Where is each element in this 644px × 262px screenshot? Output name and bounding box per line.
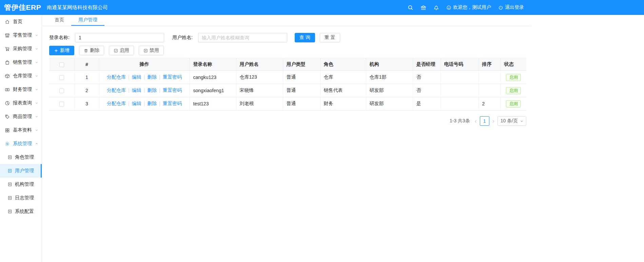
assign-warehouse-link[interactable]: 分配仓库: [107, 87, 126, 93]
welcome-user[interactable]: 欢迎您，测试用户: [446, 4, 491, 11]
delete-link[interactable]: 删除: [147, 74, 157, 80]
reset-password-link[interactable]: 重置密码: [163, 74, 182, 80]
home-icon: [5, 19, 10, 24]
pagination-total: 1-3 共3条: [450, 118, 470, 124]
plus-icon: [54, 48, 58, 53]
tab-user-management[interactable]: 用户管理: [71, 15, 104, 26]
bag-icon: [5, 60, 10, 65]
tab-home[interactable]: 首页: [47, 15, 71, 26]
prev-page-button[interactable]: ‹: [475, 116, 477, 126]
disable-button[interactable]: 禁用: [139, 46, 164, 55]
col-index: #: [75, 58, 99, 71]
logout-text: 退出登录: [505, 4, 524, 11]
search-icon[interactable]: [408, 5, 413, 11]
sidebar-item-retail[interactable]: 零售管理: [0, 28, 42, 42]
chevron-down-icon: [35, 34, 38, 37]
sidebar-subitem-config[interactable]: 系统配置: [0, 205, 42, 218]
trash-icon: [84, 48, 88, 53]
chevron-down-icon: [35, 115, 38, 118]
sidebar-item-system[interactable]: 系统管理: [0, 137, 42, 150]
topbar: 管伊佳ERP 南通某某网络科技有限公司 欢迎您，测试用户: [0, 0, 644, 15]
edit-link[interactable]: 编辑: [132, 101, 141, 106]
logout-button[interactable]: 退出登录: [498, 4, 524, 11]
sidebar-subitem-users[interactable]: 用户管理: [0, 164, 42, 178]
edit-link[interactable]: 编辑: [132, 74, 141, 80]
page-size-select[interactable]: 10 条/页: [497, 116, 526, 126]
login-name-input[interactable]: [75, 33, 164, 42]
col-org: 机构: [366, 58, 413, 71]
sidebar-subitem-logs[interactable]: 日志管理: [0, 191, 42, 205]
sidebar-item-sales[interactable]: 销售管理: [0, 56, 42, 69]
delete-button[interactable]: 删除: [79, 46, 104, 55]
col-phone: 电话号码: [441, 58, 479, 71]
sidebar-item-purchase[interactable]: 采购管理: [0, 42, 42, 56]
login-name-label: 登录名称:: [49, 35, 70, 41]
edit-link[interactable]: 编辑: [132, 87, 141, 93]
row-checkbox[interactable]: [59, 75, 64, 80]
col-status: 状态: [501, 58, 526, 71]
company-name: 南通某某网络科技有限公司: [47, 4, 108, 11]
chevron-down-icon: [35, 88, 38, 91]
pie-chart-icon: [5, 101, 10, 106]
table-row: 3 分配仓库|编辑|删除|重置密码 test123 刘老根 普通 财务 研发部 …: [49, 97, 526, 110]
reset-button[interactable]: 重 置: [320, 33, 340, 42]
sidebar-item-basic-data[interactable]: 基本资料: [0, 123, 42, 137]
table-row: 2 分配仓库|编辑|删除|重置密码 songxiaofeng1 宋晓锋 普通 销…: [49, 84, 526, 97]
logout-icon: [498, 5, 503, 10]
caret-down-icon: [520, 120, 523, 123]
page-number-button[interactable]: 1: [480, 116, 489, 126]
tab-bar: 首页 用户管理: [42, 15, 531, 26]
box-icon: [5, 74, 10, 79]
col-sort: 排序: [479, 58, 501, 71]
sidebar-subitem-orgs[interactable]: 机构管理: [0, 178, 42, 191]
sidebar-item-goods[interactable]: 商品管理: [0, 110, 42, 123]
app-logo: 管伊佳ERP: [0, 3, 44, 12]
row-checkbox[interactable]: [59, 102, 64, 106]
user-table-wrap: # 操作 登录名称 用户姓名 用户类型 角色 机构 是否经理 电话号码 排序 状…: [49, 58, 526, 110]
enable-button[interactable]: 启用: [109, 46, 134, 55]
table-row: 1 分配仓库|编辑|删除|重置密码 cangku123 仓库123 普通 仓库 …: [49, 71, 526, 84]
next-page-button[interactable]: ›: [492, 116, 494, 126]
pagination: 1-3 共3条 ‹ 1 › 10 条/页: [49, 116, 526, 126]
col-type: 用户类型: [283, 58, 320, 71]
chevron-up-icon: [35, 142, 38, 145]
sidebar-item-report[interactable]: 报表查询: [0, 96, 42, 110]
col-manager: 是否经理: [413, 58, 441, 71]
gear-icon: [5, 141, 10, 146]
filter-row: 登录名称: 用户姓名: 查 询 重 置: [49, 33, 526, 42]
delete-link[interactable]: 删除: [147, 101, 157, 106]
x-square-icon: [143, 48, 148, 53]
select-all-checkbox[interactable]: [59, 62, 64, 67]
chevron-down-icon: [35, 61, 38, 64]
status-badge: 启用: [506, 100, 521, 107]
row-checkbox[interactable]: [59, 88, 64, 93]
main-area: 首页 用户管理 登录名称: 用户姓名: 查 询 重 置: [42, 15, 531, 262]
sidebar-item-warehouse[interactable]: 仓库管理: [0, 69, 42, 83]
sidebar-item-home[interactable]: 首页: [0, 15, 42, 28]
delete-link[interactable]: 删除: [147, 87, 157, 93]
tag-icon: [5, 114, 10, 119]
reset-password-link[interactable]: 重置密码: [163, 87, 182, 93]
bell-icon[interactable]: [433, 5, 439, 11]
sidebar: 首页 零售管理 采购管理 销售管理: [0, 15, 42, 262]
user-table: # 操作 登录名称 用户姓名 用户类型 角色 机构 是否经理 电话号码 排序 状…: [49, 58, 526, 110]
reset-password-link[interactable]: 重置密码: [163, 101, 182, 106]
cart-icon: [5, 46, 10, 52]
user-name-input[interactable]: [198, 33, 287, 42]
col-operations: 操作: [99, 58, 190, 71]
table-header-row: # 操作 登录名称 用户姓名 用户类型 角色 机构 是否经理 电话号码 排序 状…: [49, 58, 526, 71]
log-doc-icon: [7, 196, 12, 200]
add-button[interactable]: 新增: [49, 46, 74, 55]
assign-warehouse-link[interactable]: 分配仓库: [107, 74, 126, 80]
assign-warehouse-link[interactable]: 分配仓库: [107, 101, 126, 106]
sidebar-item-finance[interactable]: 财务管理: [0, 83, 42, 96]
chevron-down-icon: [35, 74, 38, 78]
chevron-down-icon: [35, 128, 38, 132]
check-square-icon: [114, 48, 118, 53]
col-role: 角色: [320, 58, 366, 71]
sidebar-subitem-roles[interactable]: 角色管理: [0, 150, 42, 164]
role-doc-icon: [7, 155, 12, 160]
bank-icon[interactable]: [421, 5, 426, 11]
search-button[interactable]: 查 询: [295, 33, 315, 42]
toolbar: 新增 删除 启用 禁用: [49, 46, 526, 55]
